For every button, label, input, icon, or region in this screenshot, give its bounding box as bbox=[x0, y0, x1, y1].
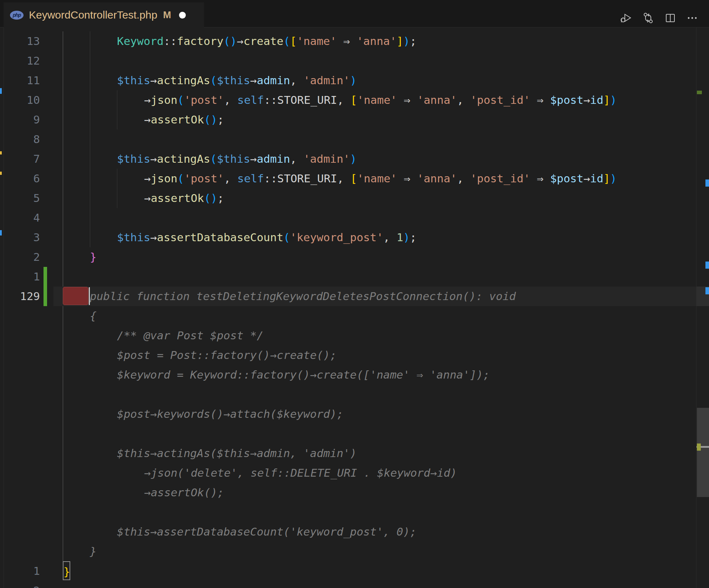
line-number[interactable]: 2 bbox=[33, 247, 40, 267]
code-line[interactable]: →assertOk(); bbox=[0, 483, 709, 502]
gutter[interactable]: 8 bbox=[0, 130, 63, 149]
code-line-text[interactable]: →assertOk(); bbox=[63, 483, 224, 502]
code-line[interactable]: $keyword = Keyword::factory()→create(['n… bbox=[0, 365, 709, 385]
line-number[interactable]: 13 bbox=[27, 31, 40, 51]
code-line-text[interactable]: $this→assertDatabaseCount('keyword_post'… bbox=[63, 522, 417, 542]
code-line-text[interactable]: $this→actingAs($this→admin, 'admin') bbox=[63, 71, 357, 90]
code-line[interactable]: 2 bbox=[0, 581, 709, 588]
gutter[interactable] bbox=[0, 404, 63, 424]
code-line[interactable]: $this→assertDatabaseCount('keyword_post'… bbox=[0, 522, 709, 542]
code-line-text[interactable]: } bbox=[63, 561, 70, 581]
code-line-text[interactable]: →json('delete', self::DELETE_URI . $keyw… bbox=[63, 463, 457, 483]
line-number[interactable]: 11 bbox=[27, 71, 40, 90]
split-editor-icon[interactable] bbox=[663, 11, 677, 25]
code-line[interactable]: 7$this→actingAs($this→admin, 'admin') bbox=[0, 149, 709, 169]
run-or-debug-icon[interactable] bbox=[619, 11, 633, 25]
gutter[interactable]: 5 bbox=[0, 188, 63, 208]
code-line-text[interactable]: →assertOk(); bbox=[63, 188, 224, 208]
code-line[interactable]: 129public function testDeletingKeywordDe… bbox=[0, 287, 709, 306]
line-number[interactable]: 1 bbox=[33, 561, 40, 581]
gutter[interactable] bbox=[0, 463, 63, 483]
line-number[interactable]: 10 bbox=[27, 90, 40, 110]
code-line[interactable]: 2} bbox=[0, 247, 709, 267]
gutter[interactable] bbox=[0, 365, 63, 385]
line-number[interactable]: 129 bbox=[20, 287, 40, 306]
gutter[interactable] bbox=[0, 385, 63, 404]
code-line[interactable]: 4 bbox=[0, 208, 709, 228]
code-line-text[interactable]: $this→assertDatabaseCount('keyword_post'… bbox=[63, 228, 417, 247]
code-line[interactable]: 1} bbox=[0, 561, 709, 581]
code-line-text[interactable]: { bbox=[63, 306, 97, 326]
gutter[interactable]: 2 bbox=[0, 247, 63, 267]
gutter[interactable]: 129 bbox=[0, 287, 63, 306]
code-line-text[interactable]: $post = Post::factory()→create(); bbox=[63, 345, 337, 365]
open-changes-icon[interactable] bbox=[641, 11, 655, 25]
code-line[interactable]: 11$this→actingAs($this→admin, 'admin') bbox=[0, 71, 709, 90]
code-line[interactable] bbox=[0, 424, 709, 443]
gutter[interactable] bbox=[0, 502, 63, 522]
line-number[interactable]: 6 bbox=[33, 169, 40, 188]
line-number[interactable]: 7 bbox=[33, 149, 40, 169]
code-line[interactable]: { bbox=[0, 306, 709, 326]
code-line-text[interactable]: →assertOk(); bbox=[63, 110, 224, 130]
code-line[interactable]: 13Keyword::factory()→create(['name' ⇒ 'a… bbox=[0, 31, 709, 51]
gutter[interactable] bbox=[0, 306, 63, 326]
code-line[interactable]: } bbox=[0, 542, 709, 561]
gutter[interactable]: 1 bbox=[0, 267, 63, 287]
code-line[interactable]: $post→keywords()→attach($keyword); bbox=[0, 404, 709, 424]
code-line[interactable]: 1 bbox=[0, 267, 709, 287]
code-line[interactable]: 3$this→assertDatabaseCount('keyword_post… bbox=[0, 228, 709, 247]
gutter[interactable] bbox=[0, 326, 63, 345]
code-line-text[interactable]: $this→actingAs($this→admin, 'admin') bbox=[63, 443, 357, 463]
gutter[interactable]: 11 bbox=[0, 71, 63, 90]
code-line-text[interactable]: /** @var Post $post */ bbox=[63, 326, 264, 345]
code-line[interactable]: $post = Post::factory()→create(); bbox=[0, 345, 709, 365]
gutter[interactable] bbox=[0, 483, 63, 502]
code-line-text[interactable]: $post→keywords()→attach($keyword); bbox=[63, 404, 343, 424]
code-line[interactable]: 5→assertOk(); bbox=[0, 188, 709, 208]
code-line[interactable]: $this→actingAs($this→admin, 'admin') bbox=[0, 443, 709, 463]
code-line-text[interactable]: $keyword = Keyword::factory()→create(['n… bbox=[63, 365, 490, 385]
code-line[interactable] bbox=[0, 385, 709, 404]
gutter[interactable]: 3 bbox=[0, 228, 63, 247]
gutter[interactable]: 7 bbox=[0, 149, 63, 169]
tab-keywordcontrollertest[interactable]: php KeywordControllerTest.php M bbox=[4, 2, 204, 27]
code-line[interactable]: 8 bbox=[0, 130, 709, 149]
gutter[interactable] bbox=[0, 542, 63, 561]
gutter[interactable]: 1 bbox=[0, 561, 63, 581]
code-line[interactable]: 10→json('post', self::STORE_URI, ['name'… bbox=[0, 90, 709, 110]
code-line-text[interactable]: } bbox=[63, 247, 97, 267]
more-actions-icon[interactable] bbox=[685, 11, 699, 25]
gutter[interactable]: 6 bbox=[0, 169, 63, 188]
code-line[interactable]: /** @var Post $post */ bbox=[0, 326, 709, 345]
line-number[interactable]: 1 bbox=[33, 267, 40, 287]
line-number[interactable]: 2 bbox=[33, 581, 40, 588]
code-line-text[interactable]: $this→actingAs($this→admin, 'admin') bbox=[63, 149, 357, 169]
code-line-text[interactable]: →json('post', self::STORE_URI, ['name' ⇒… bbox=[63, 169, 617, 188]
code-area[interactable]: 13Keyword::factory()→create(['name' ⇒ 'a… bbox=[0, 31, 709, 588]
code-line[interactable] bbox=[0, 502, 709, 522]
gutter[interactable]: 9 bbox=[0, 110, 63, 130]
gutter[interactable]: 4 bbox=[0, 208, 63, 228]
code-line-text[interactable]: →json('post', self::STORE_URI, ['name' ⇒… bbox=[63, 90, 617, 110]
code-line-text[interactable]: } bbox=[63, 542, 97, 561]
line-number[interactable]: 8 bbox=[33, 130, 40, 149]
gutter[interactable]: 13 bbox=[0, 31, 63, 51]
code-line[interactable]: 9→assertOk(); bbox=[0, 110, 709, 130]
code-line-text[interactable]: Keyword::factory()→create(['name' ⇒ 'ann… bbox=[63, 31, 417, 51]
gutter[interactable] bbox=[0, 345, 63, 365]
line-number[interactable]: 12 bbox=[27, 51, 40, 71]
code-line[interactable]: 6→json('post', self::STORE_URI, ['name' … bbox=[0, 169, 709, 188]
gutter[interactable] bbox=[0, 522, 63, 542]
line-number[interactable]: 9 bbox=[33, 110, 40, 130]
unsaved-changes-dot[interactable] bbox=[179, 12, 186, 19]
code-line[interactable]: 12 bbox=[0, 51, 709, 71]
line-number[interactable]: 5 bbox=[33, 188, 40, 208]
line-number[interactable]: 3 bbox=[33, 228, 40, 247]
gutter[interactable]: 12 bbox=[0, 51, 63, 71]
gutter[interactable] bbox=[0, 443, 63, 463]
line-number[interactable]: 4 bbox=[33, 208, 40, 228]
code-line[interactable]: →json('delete', self::DELETE_URI . $keyw… bbox=[0, 463, 709, 483]
scrollbar-thumb[interactable] bbox=[697, 408, 709, 497]
gutter[interactable]: 2 bbox=[0, 581, 63, 588]
